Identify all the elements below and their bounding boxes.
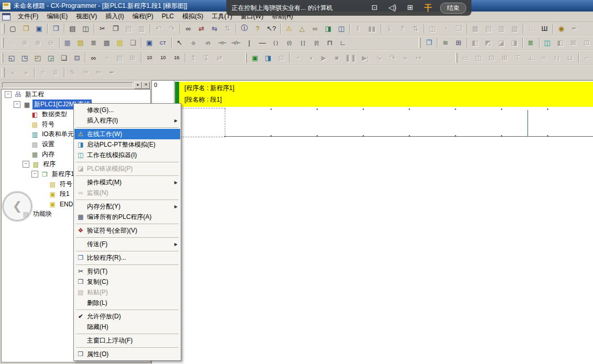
context-menu-item-12[interactable]: 内存分配(Y)▶ (74, 201, 180, 212)
tree-panel-grip[interactable] (2, 82, 133, 88)
ladder-diagram-icon[interactable]: Ш (538, 23, 551, 35)
window-properties-icon[interactable]: ⊡ (70, 52, 83, 64)
compile-icon[interactable]: ≋ (439, 37, 452, 49)
toolbar-grip[interactable] (419, 38, 421, 48)
help-topics-icon[interactable]: ? (251, 23, 264, 35)
format-signed-decimal-icon[interactable]: 10 (156, 52, 170, 64)
sim-online-icon[interactable]: ▣ (248, 52, 261, 64)
cut-icon[interactable]: ✂ (96, 23, 109, 35)
context-menu-item-24[interactable]: 删除(L) (74, 297, 180, 308)
context-menu-item-0[interactable]: 修改(G)... (74, 105, 180, 115)
context-menu-item-31[interactable]: ❒属性(O) (74, 349, 180, 359)
compile-all-icon[interactable]: ⊞ (452, 37, 465, 49)
tree-node-0[interactable]: −品新工程 (2, 90, 150, 100)
expand-collapse-box[interactable]: − (14, 101, 20, 108)
format-decimal-icon[interactable]: 10 (142, 52, 156, 64)
context-menu-item-5[interactable]: ◫工作在线模拟器(I) (74, 150, 180, 160)
new-horizontal-line-icon[interactable]: — (256, 37, 269, 49)
fullscreen-icon[interactable]: ⊡ (366, 3, 383, 13)
context-menu-item-3[interactable]: ⚠在线工作(W) (74, 129, 180, 139)
work-online-auto-icon[interactable]: △ (295, 23, 309, 35)
new-or-contact-icon[interactable]: ⊣⊢ (215, 37, 229, 49)
watch-lock-icon[interactable]: ◉ (555, 23, 568, 35)
open-file-icon[interactable]: ❐ (19, 23, 32, 35)
window-mnemonic-icon[interactable]: ◳ (18, 52, 31, 64)
sim-online-pt-icon[interactable]: ◨ (261, 52, 274, 64)
work-online-icon[interactable]: ⚠ (282, 23, 295, 35)
find-in-project-icon[interactable]: ∞ (87, 52, 100, 64)
selected-cell-cursor[interactable] (178, 108, 225, 137)
rung-display-icon[interactable]: ▤ (113, 37, 126, 49)
new-closed-contact-icon[interactable]: -|/|- (201, 37, 215, 49)
online-with-simulator-icon[interactable]: ◨ (322, 23, 335, 35)
menubar-item-2[interactable]: 视图(V) (72, 12, 101, 21)
context-menu-item-26[interactable]: ✔允许停放(D) (74, 311, 180, 322)
context-menu-item-15[interactable]: ❖验证符号(全部)(V) (74, 225, 180, 236)
comment-editor-icon[interactable]: ▣ (143, 37, 156, 49)
online-simulator-icon[interactable]: ◫ (335, 23, 348, 35)
find-icon[interactable]: ∞ (182, 23, 195, 35)
expand-collapse-box[interactable]: − (31, 171, 38, 178)
compare-files-icon[interactable]: ❒ (49, 23, 62, 35)
new-contact-icon[interactable]: -||- (186, 37, 201, 49)
context-menu-item-9[interactable]: 操作模式(M)▶ (74, 177, 180, 187)
new-fb-invocation-icon[interactable]: ⊓ (323, 37, 336, 49)
toolbar-grip[interactable] (245, 53, 247, 63)
toolbar-grip[interactable] (2, 68, 5, 78)
context-menu-item-21[interactable]: ✂剪切(T) (74, 266, 180, 277)
new-file-icon[interactable]: ▢ (6, 23, 19, 35)
speaker-icon[interactable]: ◁) (383, 3, 401, 13)
context-menu-item-17[interactable]: 传送(F)▶ (74, 239, 180, 249)
print-icon[interactable]: ▤ (66, 23, 79, 35)
toolbar-grip[interactable] (2, 38, 4, 48)
panel-arrow-button[interactable]: ▸ (134, 82, 142, 89)
new-instruction-icon[interactable]: [ ] (296, 37, 310, 49)
work-online-sim-icon[interactable]: ◫ (541, 37, 554, 49)
toolbar-grip[interactable] (2, 24, 5, 34)
watch-window-stack-icon[interactable]: ≣ (524, 37, 537, 49)
monitor-in-rung-icon[interactable]: ▩ (100, 37, 113, 49)
rung-comments-icon[interactable]: ▤ (74, 37, 87, 49)
change-all-icon[interactable]: ⇆ (208, 23, 221, 35)
transfer-program-icon[interactable]: ❐ (422, 37, 435, 49)
window-diagram-icon[interactable]: ◱ (5, 52, 18, 64)
context-help-icon[interactable]: ↖? (264, 23, 279, 35)
menubar-item-0[interactable]: 文件(F) (14, 12, 42, 21)
window-symbols-icon[interactable]: ◰ (31, 52, 44, 64)
end-session-button[interactable]: 结束 (440, 3, 466, 14)
menubar-item-5[interactable]: PLC (158, 12, 178, 21)
context-menu-item-29[interactable]: 主窗口上浮动(F) (74, 335, 180, 346)
toolbar-grip[interactable] (2, 53, 3, 63)
window-settings-icon[interactable]: ❏ (57, 52, 70, 64)
menubar-item-4[interactable]: 编程(P) (128, 12, 158, 21)
replace-icon[interactable]: ⇄ (195, 23, 208, 35)
context-menu-item-27[interactable]: 隐藏(H) (74, 322, 180, 332)
context-menu-item-13[interactable]: ▦编译所有的PLC程序(A) (74, 212, 180, 222)
expand-collapse-box[interactable]: − (5, 91, 12, 98)
show-tree-icon[interactable]: ❑ (126, 37, 139, 49)
mdi-child-icon[interactable] (2, 13, 10, 20)
select-tool-icon[interactable]: ↖ (173, 37, 186, 49)
context-menu-item-22[interactable]: ❐复制(C) (74, 277, 180, 287)
grid-toggle-icon[interactable]: ▦ (61, 37, 74, 49)
find-online-icon[interactable]: ∞ (309, 23, 322, 35)
context-menu-item-4[interactable]: ◨启动PLC-PT整体模拟(E) (74, 139, 180, 150)
copy-icon[interactable]: ❐ (109, 23, 122, 35)
remote-sidebar-toggle[interactable]: ❮ (2, 191, 32, 222)
menubar-item-1[interactable]: 编辑(E) (42, 12, 72, 21)
toolbox-icon[interactable]: ⊞ (401, 3, 419, 13)
menubar-item-6[interactable]: 模拟(S) (178, 12, 207, 21)
new-vertical-line-icon[interactable]: | (243, 37, 256, 49)
new-coil-icon[interactable]: ( ) (269, 37, 282, 49)
new-or-closed-contact-icon[interactable]: ⊣/⊢ (229, 37, 243, 49)
window-io-table-icon[interactable]: ◲ (44, 52, 57, 64)
brand-icon[interactable]: 干 (419, 3, 437, 13)
menubar-item-3[interactable]: 插入(I) (101, 12, 128, 21)
context-menu-item-1[interactable]: 插入程序(I)▶ (74, 115, 180, 126)
format-hex-icon[interactable]: 16 (170, 52, 183, 64)
expand-collapse-box[interactable]: − (23, 161, 29, 168)
ct-view-icon[interactable]: CT (156, 37, 170, 49)
new-inverted-instruction-icon[interactable]: [/] (310, 37, 323, 49)
about-icon[interactable]: Ⓘ (238, 23, 251, 35)
toolbar-grip[interactable] (455, 53, 457, 63)
